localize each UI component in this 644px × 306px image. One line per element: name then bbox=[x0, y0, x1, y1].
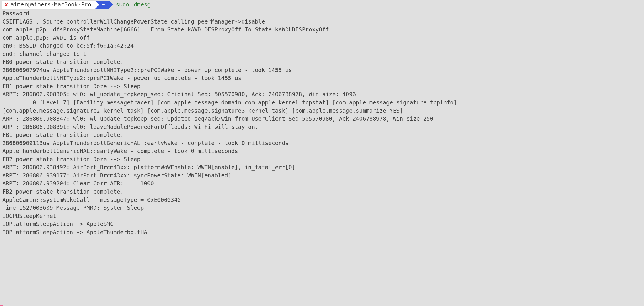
status-error-icon: ✘ bbox=[5, 1, 8, 9]
output-line: com.apple.p2p: AWDL is off bbox=[2, 34, 642, 42]
output-line: IOPlatformSleepAction -> AppleThunderbol… bbox=[2, 228, 642, 237]
output-line: com.apple.p2p: dfsProxyStateMachine[6666… bbox=[2, 26, 642, 34]
output-line: AppleThunderboltGenericHAL::earlyWake - … bbox=[2, 147, 642, 155]
output-line: FB0 power state transition complete. bbox=[2, 58, 642, 66]
output-line: en0: channel changed to 1 bbox=[2, 50, 642, 58]
output-line: ARPT: 286806.908305: wl0: wl_update_tcpk… bbox=[2, 90, 642, 99]
output-line: IOPlatformSleepAction -> AppleSMC bbox=[2, 220, 642, 228]
output-line: AppleCamIn::systemWakeCall - messageType… bbox=[2, 196, 642, 204]
output-line: ARPT: 286806.908391: wl0: leaveModulePow… bbox=[2, 123, 642, 131]
output-line: FB1 power state transition Doze --> Slee… bbox=[2, 82, 642, 91]
command-rest: dmesg bbox=[130, 1, 151, 8]
output-line: ARPT: 286806.939204: Clear Corr AER: 100… bbox=[2, 179, 642, 188]
output-line: ARPT: 286806.908347: wl0: wl_update_tcpk… bbox=[2, 115, 642, 123]
output-line: [com.apple.message.signature2 kernel_tas… bbox=[2, 107, 642, 115]
terminal-output[interactable]: Password:CSIFFLAGS : Source controllerWi… bbox=[2, 9, 642, 236]
output-line: 286806909113us AppleThunderboltGenericHA… bbox=[2, 139, 642, 147]
output-line: 286806907974us AppleThunderboltNHIType2:… bbox=[2, 66, 642, 74]
prompt-line: ✘ aimer@aimers-MacBook-Pro ~ sudo dmesg bbox=[2, 1, 642, 9]
prompt-command[interactable]: sudo dmesg bbox=[116, 1, 150, 9]
output-line: CSIFFLAGS : Source controllerWillChangeP… bbox=[2, 18, 642, 26]
command-sudo: sudo bbox=[116, 1, 129, 8]
output-line: 0 [Level 7] [Facility messagetracer] [co… bbox=[2, 99, 642, 107]
prompt-segment-host: ✘ aimer@aimers-MacBook-Pro bbox=[2, 1, 95, 9]
output-line: FB2 power state transition complete. bbox=[2, 188, 642, 196]
output-line: FB1 power state transition complete. bbox=[2, 131, 642, 139]
terminal[interactable]: ✘ aimer@aimers-MacBook-Pro ~ sudo dmesg … bbox=[0, 0, 644, 239]
output-line: AppleThunderboltNHIType2::prePCIWake - p… bbox=[2, 74, 642, 82]
output-line: en0: BSSID changed to bc:5f:f6:1a:42:24 bbox=[2, 42, 642, 50]
output-line: IOCPUSleepKernel bbox=[2, 212, 642, 220]
output-line: Password: bbox=[2, 9, 642, 18]
prompt-host-text: aimer@aimers-MacBook-Pro bbox=[10, 1, 91, 9]
output-line: Time 1527003609 Message PMRD: System Sle… bbox=[2, 204, 642, 212]
output-line: ARPT: 286806.938492: AirPort_Brcm43xx::p… bbox=[2, 163, 642, 172]
output-line: ARPT: 286806.939177: AirPort_Brcm43xx::s… bbox=[2, 172, 642, 180]
output-line: FB2 power state transition Doze --> Slee… bbox=[2, 155, 642, 164]
prompt-path-text: ~ bbox=[102, 1, 105, 9]
